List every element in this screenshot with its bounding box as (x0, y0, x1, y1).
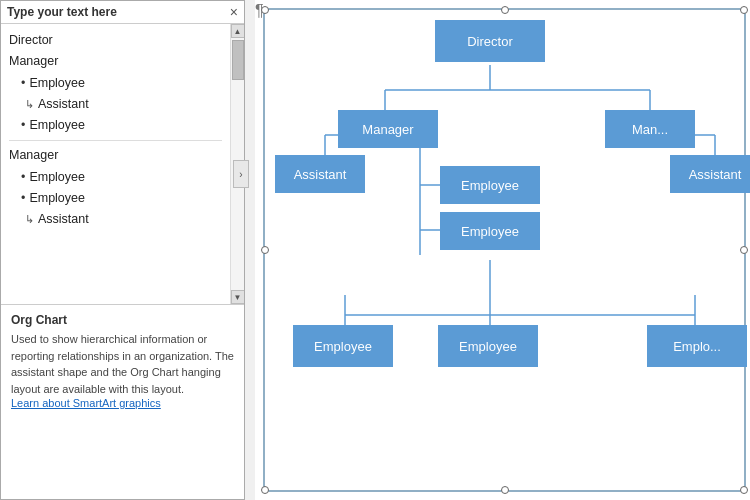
panel-title: Type your text here (7, 5, 117, 19)
employee3-box[interactable]: Employee (293, 325, 393, 367)
employee5-box[interactable]: Emplo... (647, 325, 747, 367)
list-item: Director (9, 30, 222, 51)
list-item: Manager (9, 51, 222, 72)
text-area-container: Director Manager Employee Assistant Empl… (1, 24, 244, 304)
list-item: Employee (21, 73, 222, 94)
connector-lines (265, 10, 744, 490)
list-item: Employee (21, 115, 222, 136)
list-item: Assistant (25, 94, 222, 115)
text-area[interactable]: Director Manager Employee Assistant Empl… (1, 24, 230, 304)
employee1-box[interactable]: Employee (440, 166, 540, 204)
divider (9, 140, 222, 141)
employee2-box[interactable]: Employee (440, 212, 540, 250)
info-title: Org Chart (11, 313, 234, 327)
manager1-box[interactable]: Manager (338, 110, 438, 148)
list-item: Manager (9, 145, 222, 166)
assistant2-box[interactable]: Assistant (670, 155, 750, 193)
assistant1-box[interactable]: Assistant (275, 155, 365, 193)
scroll-up-arrow[interactable]: ▲ (231, 24, 245, 38)
list-item: Assistant (25, 209, 222, 230)
list-item: Employee (21, 188, 222, 209)
employee4-box[interactable]: Employee (438, 325, 538, 367)
director-box[interactable]: Director (435, 20, 545, 62)
scroll-down-arrow[interactable]: ▼ (231, 290, 245, 304)
info-panel: Org Chart Used to show hierarchical info… (1, 304, 244, 417)
list-item: Employee (21, 167, 222, 188)
org-chart: Director Manager Man... Assistant Assist… (265, 10, 744, 490)
manager2-box[interactable]: Man... (605, 110, 695, 148)
expand-panel-button[interactable]: › (233, 160, 249, 188)
close-button[interactable]: × (230, 5, 238, 19)
learn-more-link[interactable]: Learn about SmartArt graphics (11, 397, 234, 409)
scroll-thumb[interactable] (232, 40, 244, 80)
main-canvas: ¶ (255, 0, 750, 500)
info-description: Used to show hierarchical information or… (11, 331, 234, 397)
panel-header: Type your text here × (1, 1, 244, 24)
text-panel: Type your text here × Director Manager E… (0, 0, 245, 500)
smartart-container[interactable]: Director Manager Man... Assistant Assist… (263, 8, 746, 492)
